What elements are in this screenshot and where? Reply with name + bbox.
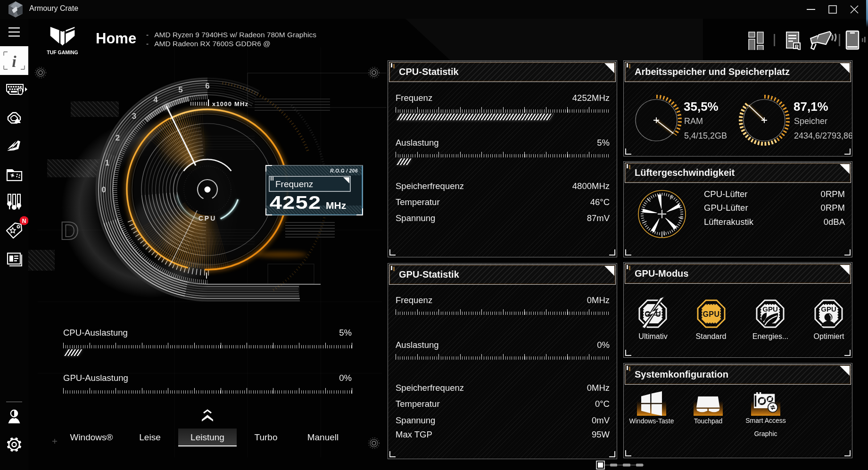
svg-text:x1000 MHz: x1000 MHz — [212, 100, 248, 107]
svg-text:N: N — [22, 218, 26, 224]
svg-text:Frequenz: Frequenz — [275, 179, 313, 189]
svg-text:0: 0 — [101, 185, 106, 194]
svg-text:3: 3 — [132, 112, 136, 121]
svg-text:R.O.G / 206: R.O.G / 206 — [330, 168, 358, 173]
svg-text:GPU: GPU — [762, 305, 778, 313]
svg-text:GPU: GPU — [821, 305, 836, 313]
svg-text:4252: 4252 — [270, 192, 322, 213]
svg-text:R: R — [795, 44, 799, 49]
svg-text:2: 2 — [116, 133, 120, 142]
svg-text:MHz: MHz — [326, 200, 346, 211]
svg-text:4: 4 — [153, 95, 158, 104]
svg-text:5: 5 — [178, 85, 182, 94]
svg-text:GPU: GPU — [703, 310, 719, 318]
svg-text:1: 1 — [105, 158, 109, 167]
svg-text:CPU: CPU — [198, 214, 217, 222]
svg-text:6: 6 — [205, 82, 209, 91]
svg-text:i: i — [12, 53, 17, 70]
